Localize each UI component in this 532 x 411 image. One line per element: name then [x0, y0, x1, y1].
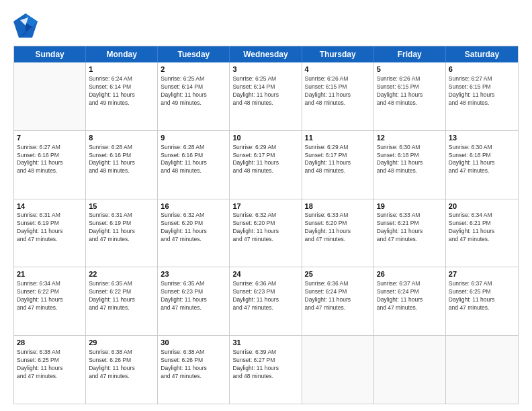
- header-day-sunday: Sunday: [14, 46, 86, 62]
- calendar-cell: 25Sunrise: 6:36 AMSunset: 6:24 PMDayligh…: [302, 267, 374, 335]
- day-info: Sunrise: 6:30 AMSunset: 6:18 PMDaylight:…: [377, 144, 443, 176]
- day-info: Sunrise: 6:30 AMSunset: 6:18 PMDaylight:…: [449, 144, 515, 176]
- logo-icon: [13, 12, 39, 39]
- day-info: Sunrise: 6:25 AMSunset: 6:14 PMDaylight:…: [161, 75, 226, 107]
- day-info: Sunrise: 6:32 AMSunset: 6:20 PMDaylight:…: [161, 212, 226, 244]
- day-number: 29: [89, 338, 154, 348]
- calendar-cell: 11Sunrise: 6:29 AMSunset: 6:17 PMDayligh…: [302, 131, 374, 199]
- day-number: 8: [89, 133, 154, 143]
- day-number: 24: [232, 269, 298, 279]
- day-number: 11: [305, 133, 371, 143]
- calendar-cell: 4Sunrise: 6:26 AMSunset: 6:15 PMDaylight…: [302, 62, 374, 130]
- day-number: 14: [17, 201, 83, 212]
- day-number: 4: [305, 64, 371, 75]
- header-day-saturday: Saturday: [446, 46, 518, 62]
- day-number: 21: [17, 269, 83, 279]
- calendar-cell: 2Sunrise: 6:25 AMSunset: 6:14 PMDaylight…: [158, 62, 230, 130]
- day-number: 19: [377, 201, 443, 212]
- day-info: Sunrise: 6:27 AMSunset: 6:15 PMDaylight:…: [449, 75, 515, 107]
- day-number: 6: [449, 64, 515, 75]
- day-number: 1: [89, 64, 154, 75]
- calendar-cell: 17Sunrise: 6:32 AMSunset: 6:20 PMDayligh…: [230, 199, 302, 267]
- calendar-cell: 13Sunrise: 6:30 AMSunset: 6:18 PMDayligh…: [446, 131, 518, 199]
- calendar-cell: 23Sunrise: 6:35 AMSunset: 6:23 PMDayligh…: [158, 267, 230, 335]
- day-info: Sunrise: 6:34 AMSunset: 6:21 PMDaylight:…: [449, 212, 515, 244]
- calendar-cell: 12Sunrise: 6:30 AMSunset: 6:18 PMDayligh…: [374, 131, 446, 199]
- calendar-cell: 18Sunrise: 6:33 AMSunset: 6:20 PMDayligh…: [302, 199, 374, 267]
- day-number: 2: [161, 64, 226, 75]
- calendar-cell: 19Sunrise: 6:33 AMSunset: 6:21 PMDayligh…: [374, 199, 446, 267]
- day-info: Sunrise: 6:38 AMSunset: 6:26 PMDaylight:…: [161, 349, 226, 381]
- day-number: 30: [161, 338, 226, 348]
- calendar-cell: 27Sunrise: 6:37 AMSunset: 6:25 PMDayligh…: [446, 267, 518, 335]
- calendar-row-1: 1Sunrise: 6:24 AMSunset: 6:14 PMDaylight…: [14, 62, 518, 131]
- calendar-cell: 14Sunrise: 6:31 AMSunset: 6:19 PMDayligh…: [14, 199, 86, 267]
- day-number: 27: [449, 269, 515, 279]
- day-info: Sunrise: 6:33 AMSunset: 6:20 PMDaylight:…: [305, 212, 371, 244]
- calendar-cell: 1Sunrise: 6:24 AMSunset: 6:14 PMDaylight…: [86, 62, 158, 130]
- day-info: Sunrise: 6:28 AMSunset: 6:16 PMDaylight:…: [89, 144, 154, 176]
- day-number: 7: [17, 133, 83, 143]
- day-number: 15: [89, 201, 154, 212]
- header-day-wednesday: Wednesday: [230, 46, 302, 62]
- calendar-cell: 5Sunrise: 6:26 AMSunset: 6:15 PMDaylight…: [374, 62, 446, 130]
- calendar-cell: 16Sunrise: 6:32 AMSunset: 6:20 PMDayligh…: [158, 199, 230, 267]
- day-number: 16: [161, 201, 226, 212]
- day-info: Sunrise: 6:38 AMSunset: 6:26 PMDaylight:…: [89, 349, 154, 381]
- day-info: Sunrise: 6:28 AMSunset: 6:16 PMDaylight:…: [161, 144, 226, 176]
- calendar-cell: 28Sunrise: 6:38 AMSunset: 6:25 PMDayligh…: [14, 336, 86, 404]
- calendar-body: 1Sunrise: 6:24 AMSunset: 6:14 PMDaylight…: [14, 62, 518, 404]
- day-info: Sunrise: 6:34 AMSunset: 6:22 PMDaylight:…: [17, 280, 83, 312]
- header-day-thursday: Thursday: [302, 46, 374, 62]
- day-number: 22: [89, 269, 154, 279]
- day-info: Sunrise: 6:38 AMSunset: 6:25 PMDaylight:…: [17, 349, 83, 381]
- day-info: Sunrise: 6:37 AMSunset: 6:24 PMDaylight:…: [377, 280, 443, 312]
- day-number: 25: [305, 269, 371, 279]
- page: SundayMondayTuesdayWednesdayThursdayFrid…: [0, 0, 532, 411]
- day-info: Sunrise: 6:31 AMSunset: 6:19 PMDaylight:…: [89, 212, 154, 244]
- day-info: Sunrise: 6:31 AMSunset: 6:19 PMDaylight:…: [17, 212, 83, 244]
- day-info: Sunrise: 6:39 AMSunset: 6:27 PMDaylight:…: [232, 349, 298, 381]
- calendar-cell: 31Sunrise: 6:39 AMSunset: 6:27 PMDayligh…: [230, 336, 302, 404]
- day-info: Sunrise: 6:27 AMSunset: 6:16 PMDaylight:…: [17, 144, 83, 176]
- day-number: 3: [232, 64, 298, 75]
- day-info: Sunrise: 6:29 AMSunset: 6:17 PMDaylight:…: [232, 144, 298, 176]
- calendar-cell: 26Sunrise: 6:37 AMSunset: 6:24 PMDayligh…: [374, 267, 446, 335]
- day-number: 26: [377, 269, 443, 279]
- day-number: 13: [449, 133, 515, 143]
- calendar-cell: 3Sunrise: 6:25 AMSunset: 6:14 PMDaylight…: [230, 62, 302, 130]
- day-number: 5: [377, 64, 443, 75]
- day-info: Sunrise: 6:24 AMSunset: 6:14 PMDaylight:…: [89, 75, 154, 107]
- calendar-row-4: 21Sunrise: 6:34 AMSunset: 6:22 PMDayligh…: [14, 267, 518, 336]
- calendar-cell: [446, 336, 518, 404]
- day-number: 23: [161, 269, 226, 279]
- day-number: 10: [232, 133, 298, 143]
- logo: [13, 12, 40, 39]
- day-number: 18: [305, 201, 371, 212]
- day-number: 9: [161, 133, 226, 143]
- calendar-cell: 8Sunrise: 6:28 AMSunset: 6:16 PMDaylight…: [86, 131, 158, 199]
- day-number: 31: [232, 338, 298, 348]
- day-info: Sunrise: 6:35 AMSunset: 6:23 PMDaylight:…: [161, 280, 226, 312]
- calendar-cell: 15Sunrise: 6:31 AMSunset: 6:19 PMDayligh…: [86, 199, 158, 267]
- calendar-cell: 22Sunrise: 6:35 AMSunset: 6:22 PMDayligh…: [86, 267, 158, 335]
- calendar-cell: [14, 62, 86, 130]
- calendar-row-5: 28Sunrise: 6:38 AMSunset: 6:25 PMDayligh…: [14, 336, 518, 404]
- calendar-cell: 6Sunrise: 6:27 AMSunset: 6:15 PMDaylight…: [446, 62, 518, 130]
- day-number: 12: [377, 133, 443, 143]
- day-info: Sunrise: 6:35 AMSunset: 6:22 PMDaylight:…: [89, 280, 154, 312]
- day-info: Sunrise: 6:26 AMSunset: 6:15 PMDaylight:…: [377, 75, 443, 107]
- calendar-row-2: 7Sunrise: 6:27 AMSunset: 6:16 PMDaylight…: [14, 131, 518, 199]
- calendar-cell: 10Sunrise: 6:29 AMSunset: 6:17 PMDayligh…: [230, 131, 302, 199]
- day-number: 28: [17, 338, 83, 348]
- calendar-row-3: 14Sunrise: 6:31 AMSunset: 6:19 PMDayligh…: [14, 199, 518, 268]
- day-info: Sunrise: 6:29 AMSunset: 6:17 PMDaylight:…: [305, 144, 371, 176]
- header-day-monday: Monday: [86, 46, 158, 62]
- day-info: Sunrise: 6:26 AMSunset: 6:15 PMDaylight:…: [305, 75, 371, 107]
- day-info: Sunrise: 6:37 AMSunset: 6:25 PMDaylight:…: [449, 280, 515, 312]
- day-info: Sunrise: 6:32 AMSunset: 6:20 PMDaylight:…: [232, 212, 298, 244]
- day-info: Sunrise: 6:36 AMSunset: 6:24 PMDaylight:…: [305, 280, 371, 312]
- day-info: Sunrise: 6:33 AMSunset: 6:21 PMDaylight:…: [377, 212, 443, 244]
- calendar-cell: 30Sunrise: 6:38 AMSunset: 6:26 PMDayligh…: [158, 336, 230, 404]
- day-info: Sunrise: 6:36 AMSunset: 6:23 PMDaylight:…: [232, 280, 298, 312]
